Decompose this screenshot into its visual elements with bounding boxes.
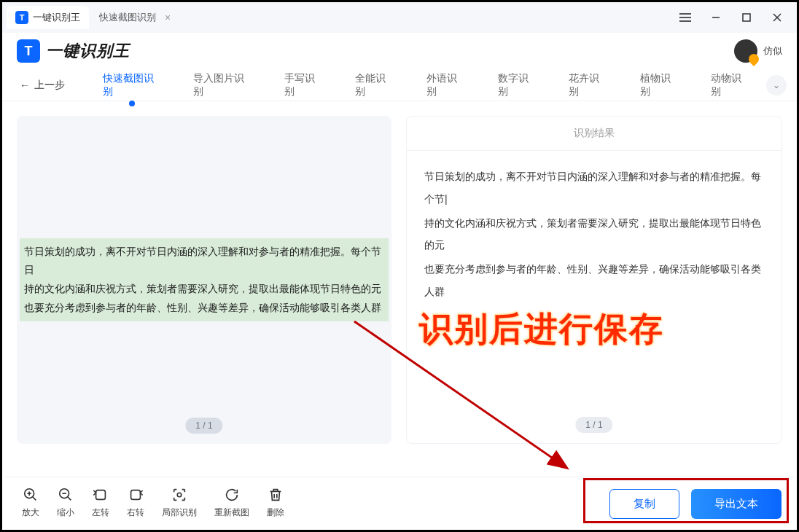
nav-tab-foreign[interactable]: 外语识别 [410,65,482,106]
logo-icon: T [17,39,40,63]
tab-label: 快速截图识别 [99,11,156,24]
delete-button[interactable]: 删除 [267,486,284,519]
region-button[interactable]: 局部识别 [162,486,197,519]
tab-main[interactable]: T 一键识别王 [7,6,89,29]
nav-tabs: 快速截图识别 导入图片识别 手写识别 全能识别 外语识别 数字识别 花卉识别 植… [87,65,766,106]
arrow-left-icon: ← [20,79,30,91]
window-controls [670,5,792,30]
nav-tab-number[interactable]: 数字识别 [482,65,553,106]
line: 节日策划的成功，离不开对节日内涵的深入理解和对参与者的精准把握。每个节日 [24,243,384,280]
zoom-out-icon [57,486,74,504]
minimize-icon[interactable] [701,5,731,30]
back-label: 上一步 [34,79,65,92]
preview-pager: 1 / 1 [185,418,222,434]
user-area[interactable]: 仿似 [734,39,782,63]
content: 节日策划的成功，离不开对节日内涵的深入理解和对参与者的精准把握。每个节日 持的文… [2,101,797,458]
refresh-icon [223,486,241,504]
recapture-button[interactable]: 重新截图 [214,486,249,519]
tool-label: 局部识别 [162,506,197,519]
tab-label: 一键识别王 [33,11,80,24]
tool-label: 删除 [267,506,284,519]
close-window-icon[interactable] [762,5,792,30]
rotate-right-icon [127,486,144,504]
svg-rect-1 [743,14,750,21]
nav-tab-allround[interactable]: 全能识别 [339,65,410,106]
rotate-left-button[interactable]: 左转 [92,486,109,519]
result-line: 节日策划的成功，离不开对节日内涵的深入理解和对参与者的精准把握。每个节| [424,165,764,211]
result-pager: 1 / 1 [575,417,612,433]
svg-rect-12 [131,490,141,500]
username: 仿似 [763,44,782,58]
action-area: 复制 导出文本 [604,486,787,522]
svg-line-5 [33,497,36,501]
nav-tab-flower[interactable]: 花卉识别 [553,65,624,106]
rotate-left-icon [92,486,109,504]
result-line: 持的文化内涵和庆祝方式，策划者需要深入研究，提取出最能体现节日特色的元 [424,212,764,257]
menu-icon[interactable] [670,5,701,30]
nav-tab-handwrite[interactable]: 手写识别 [268,65,340,106]
svg-point-13 [177,493,182,497]
close-icon[interactable]: × [165,12,171,23]
tool-label: 左转 [92,506,109,519]
zoom-in-button[interactable]: 放大 [22,486,39,519]
brand-text: 一键识别王 [46,40,130,62]
export-button[interactable]: 导出文本 [691,489,782,519]
header: T 一键识别王 仿似 [2,33,797,69]
tools: 放大 缩小 左转 右转 局部识别 重新截图 删除 [22,486,284,519]
back-button[interactable]: ← 上一步 [12,79,72,92]
copy-button[interactable]: 复制 [609,489,679,519]
more-icon[interactable]: ⌄ [766,75,787,95]
result-body[interactable]: 节日策划的成功，离不开对节日内涵的深入理解和对参与者的精准把握。每个节| 持的文… [407,151,782,319]
titlebar: T 一键识别王 快速截图识别 × [2,2,797,33]
preview-panel: 节日策划的成功，离不开对节日内涵的深入理解和对参与者的精准把握。每个节日 持的文… [17,116,391,444]
line: 持的文化内涵和庆祝方式，策划者需要深入研究，提取出最能体现节日特色的元 [24,280,384,299]
rotate-right-button[interactable]: 右转 [127,486,144,519]
maximize-icon[interactable] [731,5,762,30]
region-icon [171,486,188,504]
zoom-out-button[interactable]: 缩小 [57,486,74,519]
image-preview: 节日策划的成功，离不开对节日内涵的深入理解和对参与者的精准把握。每个节日 持的文… [17,238,391,322]
line: 也要充分考虑到参与者的年龄、性别、兴趣等差异，确保活动能够吸引各类人群 [24,299,384,318]
result-header: 识别结果 [407,117,782,151]
tab-screenshot[interactable]: 快速截图识别 × [90,6,179,29]
bottom-bar: 放大 缩小 左转 右转 局部识别 重新截图 删除 复制 导出文本 [4,477,795,528]
svg-rect-11 [96,490,106,500]
nav-tab-import[interactable]: 导入图片识别 [177,65,268,106]
result-panel: 识别结果 节日策划的成功，离不开对节日内涵的深入理解和对参与者的精准把握。每个节… [406,116,782,444]
image-text: 节日策划的成功，离不开对节日内涵的深入理解和对参与者的精准把握。每个节日 持的文… [20,238,389,322]
nav-tab-plant[interactable]: 植物识别 [624,65,695,106]
app-icon-small: T [15,11,28,24]
avatar[interactable] [734,39,757,63]
svg-line-9 [68,497,71,501]
nav-tab-screenshot[interactable]: 快速截图识别 [87,65,177,106]
tool-label: 右转 [127,506,144,519]
nav: ← 上一步 快速截图识别 导入图片识别 手写识别 全能识别 外语识别 数字识别 … [2,69,797,101]
tool-label: 放大 [22,506,39,519]
tool-label: 缩小 [57,506,74,519]
trash-icon [267,486,284,504]
result-line: 也要充分考虑到参与者的年龄、性别、兴趣等差异，确保活动能够吸引各类人群 [424,258,764,303]
app-logo: T 一键识别王 [17,39,130,63]
zoom-in-icon [22,486,39,504]
tool-label: 重新截图 [214,506,249,519]
nav-tab-animal[interactable]: 动物识别 [695,65,766,106]
